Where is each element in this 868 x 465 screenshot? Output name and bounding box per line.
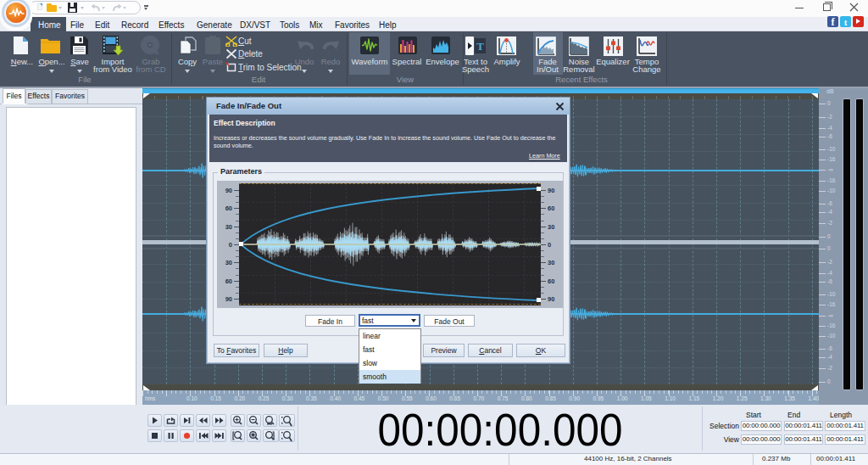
- svg-text:T: T: [476, 40, 484, 53]
